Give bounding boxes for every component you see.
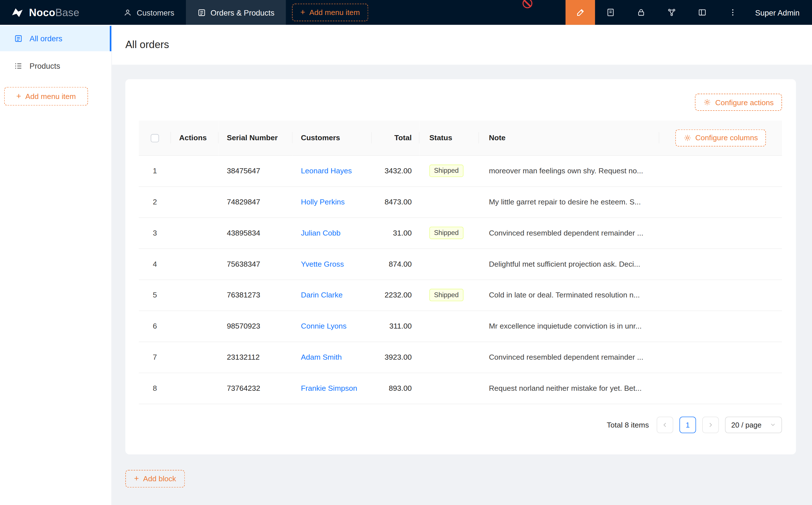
spacer-cell bbox=[659, 186, 782, 217]
top-navbar: NocoBase Customers Orders & Products + A… bbox=[0, 0, 812, 25]
app-window: NocoBase Customers Orders & Products + A… bbox=[0, 0, 812, 505]
total-cell: 311.00 bbox=[372, 311, 419, 342]
note-cell: Convinced resembled dependent remainder … bbox=[479, 342, 659, 373]
sidebar-item-all-orders[interactable]: All orders bbox=[0, 26, 112, 51]
customer-link[interactable]: Leonard Hayes bbox=[301, 167, 352, 175]
chevron-left-icon bbox=[662, 422, 668, 428]
total-cell: 893.00 bbox=[372, 373, 419, 404]
total-cell: 874.00 bbox=[372, 248, 419, 280]
auth-button[interactable] bbox=[626, 0, 656, 25]
highlighter-icon bbox=[575, 7, 586, 18]
page-size-value: 20 / page bbox=[731, 420, 762, 429]
plus-icon: + bbox=[134, 475, 139, 483]
note-cell: moreover man feelings own shy. Request n… bbox=[479, 155, 659, 186]
pagination: Total 8 items 1 20 / page bbox=[139, 416, 782, 433]
page-header: All orders bbox=[112, 25, 812, 65]
column-header-status: Status bbox=[420, 121, 479, 155]
pagination-prev-button[interactable] bbox=[657, 416, 673, 433]
add-menu-item-button-side[interactable]: + Add menu item bbox=[4, 87, 88, 106]
spacer-cell bbox=[659, 279, 782, 311]
page-content: Configure actions Actions Serial Number … bbox=[112, 65, 812, 488]
sidebar-item-label: Products bbox=[29, 62, 60, 70]
select-all-checkbox[interactable] bbox=[151, 134, 159, 142]
user-menu[interactable]: Super Admin bbox=[748, 0, 812, 25]
serial-number-cell: 76381273 bbox=[219, 279, 292, 311]
configure-actions-label: Configure actions bbox=[715, 98, 774, 106]
table-row[interactable]: 5 76381273 Darin Clarke 2232.00 Shipped … bbox=[139, 279, 782, 311]
add-block-label: Add block bbox=[143, 475, 176, 483]
table-row[interactable]: 4 75638347 Yvette Gross 874.00 Delightfu… bbox=[139, 248, 782, 280]
chevron-right-icon bbox=[707, 422, 713, 428]
main-menu: Customers Orders & Products + Add menu i… bbox=[112, 0, 368, 25]
actions-cell bbox=[171, 217, 219, 248]
settings-center-button[interactable] bbox=[687, 0, 717, 25]
page-size-select[interactable]: 20 / page bbox=[725, 416, 782, 433]
note-cell: Mr excellence inquietude conviction is i… bbox=[479, 311, 659, 342]
customer-link[interactable]: Yvette Gross bbox=[301, 260, 344, 268]
serial-number-cell: 23132112 bbox=[219, 342, 292, 373]
total-cell: 31.00 bbox=[372, 217, 419, 248]
serial-number-cell: 98570923 bbox=[219, 311, 292, 342]
pagination-total: Total 8 items bbox=[606, 420, 649, 429]
actions-cell bbox=[171, 342, 219, 373]
logo-base: Base bbox=[55, 6, 80, 18]
note-cell: Convinced resembled dependent remainder … bbox=[479, 217, 659, 248]
spacer-cell bbox=[659, 217, 782, 248]
table-row[interactable]: 3 43895834 Julian Cobb 31.00 Shipped Con… bbox=[139, 217, 782, 248]
pagination-next-button[interactable] bbox=[702, 416, 719, 433]
page-title: All orders bbox=[125, 39, 169, 51]
ui-editor-button[interactable] bbox=[566, 0, 595, 25]
column-header-total: Total bbox=[372, 121, 419, 155]
nav-item-label: Customers bbox=[137, 8, 174, 17]
api-doc-button[interactable] bbox=[595, 0, 626, 25]
serial-number-cell: 73764232 bbox=[219, 373, 292, 404]
add-menu-item-button-top[interactable]: + Add menu item bbox=[292, 4, 368, 21]
customer-link[interactable]: Holly Perkins bbox=[301, 198, 345, 206]
configure-columns-button[interactable]: Configure columns bbox=[675, 129, 766, 146]
column-header-customers: Customers bbox=[292, 121, 372, 155]
nav-item-customers[interactable]: Customers bbox=[112, 0, 185, 25]
sidebar-item-products[interactable]: Products bbox=[0, 53, 112, 79]
more-button[interactable] bbox=[717, 0, 748, 25]
serial-number-cell: 38475647 bbox=[219, 155, 292, 186]
status-badge: Shipped bbox=[429, 165, 463, 177]
orders-table-block: Configure actions Actions Serial Number … bbox=[125, 79, 796, 454]
table-toolbar: Configure actions bbox=[139, 94, 782, 111]
customer-link[interactable]: Frankie Simpson bbox=[301, 384, 357, 392]
nocobase-logo[interactable]: NocoBase bbox=[0, 0, 112, 25]
row-index: 3 bbox=[153, 229, 157, 237]
actions-cell bbox=[171, 373, 219, 404]
nav-item-orders-products[interactable]: Orders & Products bbox=[185, 0, 286, 25]
pagination-page-button[interactable]: 1 bbox=[679, 416, 696, 433]
table-row[interactable]: 7 23132112 Adam Smith 3923.00 Convinced … bbox=[139, 342, 782, 373]
status-badge: Shipped bbox=[429, 227, 463, 239]
customer-link[interactable]: Adam Smith bbox=[301, 353, 342, 361]
add-block-button[interactable]: + Add block bbox=[125, 470, 185, 488]
serial-number-cell: 43895834 bbox=[219, 217, 292, 248]
table-row[interactable]: 1 38475647 Leonard Hayes 3432.00 Shipped… bbox=[139, 155, 782, 186]
customer-link[interactable]: Julian Cobb bbox=[301, 229, 341, 237]
customer-link[interactable]: Darin Clarke bbox=[301, 291, 343, 299]
orders-table: Actions Serial Number Customers Total St… bbox=[139, 121, 782, 404]
table-row[interactable]: 8 73764232 Frankie Simpson 893.00 Reques… bbox=[139, 373, 782, 404]
spacer-cell bbox=[659, 311, 782, 342]
configure-actions-button[interactable]: Configure actions bbox=[695, 94, 782, 111]
total-cell: 3923.00 bbox=[372, 342, 419, 373]
note-cell: Request norland neither mistake for yet.… bbox=[479, 373, 659, 404]
customer-link[interactable]: Connie Lyons bbox=[301, 322, 346, 330]
row-index: 2 bbox=[153, 198, 157, 206]
layout-icon bbox=[697, 8, 707, 17]
plus-icon: + bbox=[300, 8, 305, 16]
lock-icon bbox=[636, 8, 646, 17]
configure-columns-label: Configure columns bbox=[695, 134, 758, 142]
row-index: 5 bbox=[153, 291, 157, 299]
row-index: 8 bbox=[153, 384, 157, 392]
more-icon bbox=[728, 8, 737, 17]
customers-icon bbox=[123, 8, 132, 17]
table-row[interactable]: 2 74829847 Holly Perkins 8473.00 My litt… bbox=[139, 186, 782, 217]
actions-cell bbox=[171, 311, 219, 342]
plugins-button[interactable] bbox=[656, 0, 687, 25]
add-menu-item-label: Add menu item bbox=[25, 92, 76, 101]
table-row[interactable]: 6 98570923 Connie Lyons 311.00 Mr excell… bbox=[139, 311, 782, 342]
gear-icon bbox=[703, 99, 711, 106]
